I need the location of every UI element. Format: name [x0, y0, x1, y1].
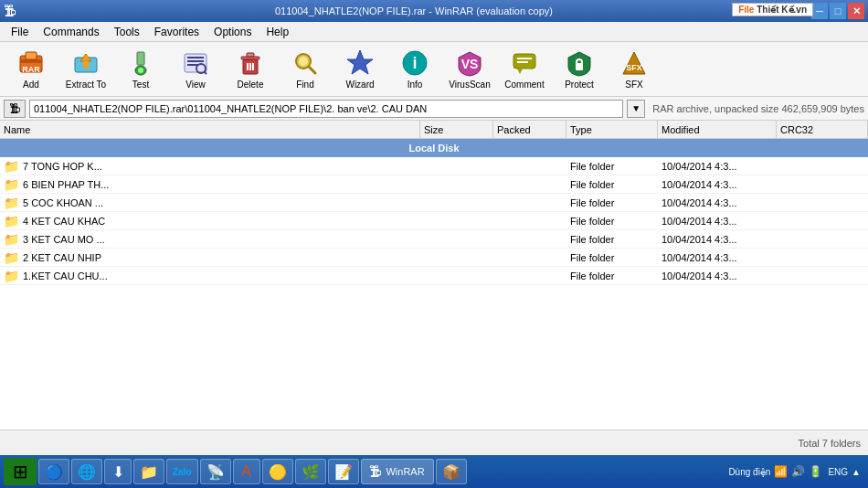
file-packed-cell [493, 275, 566, 277]
svg-rect-31 [517, 58, 532, 59]
sfx-label: SFX [625, 80, 642, 90]
sfx-button[interactable]: SFX SFX [609, 46, 660, 93]
file-name: 4 KET CAU KHAC [23, 216, 105, 227]
file-modified-cell: 10/04/2014 4:3... [658, 196, 777, 209]
col-header-type[interactable]: Type [566, 121, 658, 138]
table-row[interactable]: 📁 7 TONG HOP K... File folder 10/04/2014… [0, 157, 868, 175]
taskbar-item9[interactable]: 🌿 [295, 459, 326, 484]
local-disk-label: Local Disk [0, 141, 868, 155]
find-button[interactable]: Find [280, 46, 331, 93]
file-type-cell: File folder [566, 215, 658, 228]
menu-tools[interactable]: Tools [107, 22, 147, 41]
col-header-packed[interactable]: Packed [493, 121, 566, 138]
table-row[interactable]: 📁 5 COC KHOAN ... File folder 10/04/2014… [0, 194, 868, 212]
file-name-cell: 📁 2 KET CAU NHIP [0, 249, 420, 266]
file-size-cell [420, 257, 493, 259]
start-icon: ⊞ [13, 461, 28, 483]
title-bar-buttons[interactable]: ─ □ ✕ [811, 3, 864, 19]
taskbar-chrome[interactable]: 🌐 [71, 459, 102, 484]
table-row[interactable]: 📁 3 KET CAU MO ... File folder 10/04/201… [0, 230, 868, 249]
col-header-modified[interactable]: Modified [658, 121, 777, 138]
delete-button[interactable]: Delete [225, 46, 276, 93]
address-input[interactable] [29, 100, 623, 118]
add-icon: RAR [16, 48, 46, 78]
file-type-cell: File folder [566, 196, 658, 209]
taskbar-word[interactable]: 📝 [328, 459, 359, 484]
add-label: Add [23, 80, 39, 90]
nav-back-button[interactable]: 🗜 [4, 100, 26, 118]
taskbar-item6[interactable]: 📡 [200, 459, 231, 484]
taskbar-autocad[interactable]: A [233, 459, 260, 484]
folder-icon: 📁 [4, 214, 19, 228]
file-name: 3 KET CAU MO ... [23, 234, 105, 245]
test-button[interactable]: Test [115, 46, 166, 93]
file-size-cell [420, 165, 493, 167]
taskbar-zalo[interactable]: Zalo [166, 459, 198, 484]
svg-rect-18 [247, 53, 254, 57]
svg-rect-7 [137, 52, 144, 65]
taskbar-item12[interactable]: 📦 [436, 459, 467, 484]
file-packed-cell [493, 202, 566, 204]
file-crc32-cell [777, 184, 868, 186]
taskbar-winrar[interactable]: 🗜 WinRAR [361, 459, 434, 484]
col-header-crc32[interactable]: CRC32 [777, 121, 868, 138]
start-button[interactable]: ⊞ [4, 458, 37, 485]
info-icon: i [400, 48, 429, 78]
file-modified-cell: 10/04/2014 4:3... [658, 178, 777, 191]
local-disk-row: Local Disk [0, 139, 868, 157]
find-icon [291, 48, 320, 78]
menu-favorites[interactable]: Favorites [147, 22, 206, 41]
taskbar-utorrent[interactable]: ⬇ [104, 459, 132, 484]
file-type-cell: File folder [566, 251, 658, 264]
virusscan-label: VirusScan [449, 80, 490, 90]
col-header-size[interactable]: Size [420, 121, 493, 138]
close-button[interactable]: ✕ [848, 3, 864, 19]
delete-label: Delete [238, 80, 264, 90]
svg-rect-11 [187, 57, 204, 58]
wizard-button[interactable]: Wizard [334, 46, 386, 93]
table-row[interactable]: 📁 6 BIEN PHAP TH... File folder 10/04/20… [0, 175, 868, 194]
view-icon [181, 48, 210, 78]
minimize-button[interactable]: ─ [811, 3, 828, 19]
protect-button[interactable]: Protect [554, 46, 605, 93]
maximize-button[interactable]: □ [830, 3, 846, 19]
menu-file[interactable]: File [4, 22, 36, 41]
taskbar-ie[interactable]: 🔵 [38, 459, 69, 484]
file-rows-container: 📁 7 TONG HOP K... File folder 10/04/2014… [0, 157, 868, 285]
add-button[interactable]: RAR Add [5, 46, 57, 93]
address-bar: 🗜 ▼ RAR archive, unpacked size 462,659,9… [0, 97, 868, 121]
comment-icon [510, 48, 539, 78]
file-name-cell: 📁 3 KET CAU MO ... [0, 231, 420, 248]
sfx-icon: SFX [619, 48, 649, 78]
taskbar-explorer[interactable]: 📁 [133, 459, 164, 484]
svg-text:RAR: RAR [22, 65, 40, 74]
taskbar-item8[interactable]: 🟡 [262, 459, 293, 484]
tray-dung-dien: Dùng điện [728, 467, 770, 477]
file-name: 1.KET CAU CHU... [23, 271, 108, 281]
status-bar: Total 7 folders [0, 430, 868, 455]
file-crc32-cell [777, 165, 868, 167]
file-crc32-cell [777, 239, 868, 240]
comment-button[interactable]: Comment [499, 46, 550, 93]
table-row[interactable]: 📁 1.KET CAU CHU... File folder 10/04/201… [0, 267, 868, 285]
svg-marker-30 [517, 69, 523, 74]
protect-icon [565, 48, 594, 78]
view-button[interactable]: View [170, 46, 221, 93]
col-header-name[interactable]: Name [0, 121, 420, 138]
info-button[interactable]: i Info [389, 46, 440, 93]
svg-line-23 [309, 67, 315, 73]
menu-options[interactable]: Options [206, 22, 259, 41]
tray-lang[interactable]: ENG [828, 467, 848, 477]
view-label: View [185, 80, 206, 90]
wizard-label: Wizard [345, 80, 374, 90]
table-row[interactable]: 📁 4 KET CAU KHAC File folder 10/04/2014 … [0, 212, 868, 230]
menu-help[interactable]: Help [259, 22, 296, 41]
address-dropdown[interactable]: ▼ [627, 100, 645, 118]
virusscan-button[interactable]: VS VirusScan [444, 46, 495, 93]
logo-thietkevn: Thiết Kế.vn [757, 5, 807, 15]
svg-text:VS: VS [461, 57, 479, 71]
folder-icon: 📁 [4, 159, 19, 174]
menu-commands[interactable]: Commands [36, 22, 106, 41]
extract-to-button[interactable]: Extract To [60, 46, 111, 93]
table-row[interactable]: 📁 2 KET CAU NHIP File folder 10/04/2014 … [0, 249, 868, 267]
